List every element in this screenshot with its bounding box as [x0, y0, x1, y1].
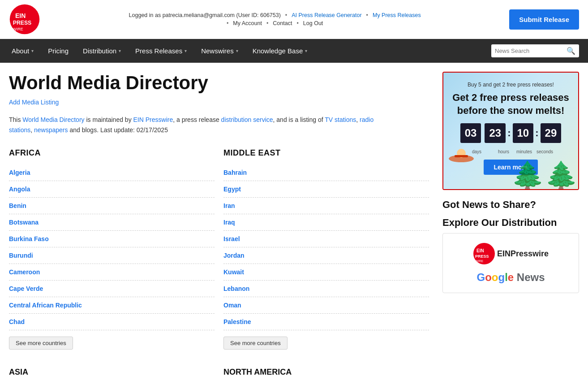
- countdown-minutes: 10: [513, 123, 534, 143]
- countdown-colon2: :: [507, 127, 511, 139]
- top-bar-center: Logged in as patrecia.meliana@gmail.com …: [129, 12, 421, 26]
- country-link[interactable]: Botswana: [9, 219, 39, 226]
- country-link[interactable]: Egypt: [223, 186, 241, 193]
- promo-main-text: Get 2 free press releases before the sno…: [452, 91, 569, 117]
- regions-container: AFRICA Algeria Angola Benin Botswana Bur…: [9, 148, 429, 350]
- promo-image-area: 🌲🌲 Buy 5 and get 2 free press releases! …: [443, 73, 578, 189]
- distribution-link[interactable]: distribution service: [221, 116, 273, 123]
- countdown-days: 03: [460, 123, 481, 143]
- country-link[interactable]: Burundi: [9, 252, 33, 259]
- ein-logo-icon: EIN PRESS WIRE: [473, 242, 495, 265]
- about-chevron-icon: ▾: [31, 48, 34, 53]
- country-link[interactable]: Central African Republic: [9, 302, 82, 309]
- ein-logo-sidebar: EIN PRESS WIRE EINPresswire: [473, 242, 549, 265]
- country-link[interactable]: Jordan: [223, 252, 245, 259]
- newswires-chevron-icon: ▾: [236, 48, 238, 53]
- country-link[interactable]: Kuwait: [223, 268, 244, 276]
- ein-presswire-link[interactable]: EIN Presswire: [133, 116, 173, 123]
- list-item: Burundi: [9, 247, 215, 264]
- logout-link[interactable]: Log Out: [303, 20, 323, 26]
- nav-item-knowledge-base[interactable]: Knowledge Base ▾: [245, 39, 315, 63]
- country-link[interactable]: Angola: [9, 186, 30, 193]
- list-item: Oman: [223, 297, 429, 314]
- nav-item-distribution[interactable]: Distribution ▾: [76, 39, 128, 63]
- seconds-label: seconds: [536, 149, 554, 154]
- north-america-region-header: NORTH AMERICA: [223, 363, 429, 377]
- list-item: Burkina Faso: [9, 231, 215, 247]
- my-account-link[interactable]: My Account: [233, 20, 262, 26]
- add-media-listing-link[interactable]: Add Media Listing: [9, 99, 59, 106]
- svg-text:EIN: EIN: [476, 248, 484, 253]
- country-link[interactable]: Cape Verde: [9, 285, 43, 292]
- list-item: Cape Verde: [9, 281, 215, 297]
- country-link[interactable]: Cameroon: [9, 268, 40, 276]
- distribution-chevron-icon: ▾: [119, 48, 121, 53]
- nav-item-about[interactable]: About ▾: [4, 39, 41, 63]
- nav-search-container: 🔍: [491, 44, 579, 57]
- bullet4: •: [266, 20, 268, 26]
- submit-release-button[interactable]: Submit Release: [509, 9, 579, 30]
- bullet5: •: [296, 20, 298, 26]
- list-item: Botswana: [9, 214, 215, 231]
- promo-small-text: Buy 5 and get 2 free press releases!: [468, 82, 554, 88]
- country-link[interactable]: Lebanon: [223, 285, 249, 292]
- africa-see-more-button[interactable]: See more countries: [9, 337, 73, 350]
- search-button[interactable]: 🔍: [567, 47, 575, 55]
- country-link[interactable]: Iran: [223, 202, 235, 209]
- countdown-timer: 03 23 : 10 : 29: [460, 123, 561, 143]
- countdown-colon3: :: [535, 127, 538, 139]
- country-link[interactable]: Benin: [9, 202, 26, 209]
- country-link[interactable]: Oman: [223, 302, 241, 309]
- africa-region: AFRICA Algeria Angola Benin Botswana Bur…: [9, 148, 223, 350]
- nav-item-pricing[interactable]: Pricing: [41, 39, 76, 63]
- promo-box: 🌲🌲 Buy 5 and get 2 free press releases! …: [442, 72, 579, 190]
- country-link[interactable]: Bahrain: [223, 169, 247, 176]
- countdown-seconds: 29: [541, 123, 562, 143]
- country-link[interactable]: Burkina Faso: [9, 235, 49, 242]
- country-link[interactable]: Iraq: [223, 219, 235, 226]
- svg-text:PRESS: PRESS: [475, 254, 489, 259]
- list-item: Central African Republic: [9, 297, 215, 314]
- bullet3: •: [227, 20, 228, 26]
- knowledge-base-chevron-icon: ▾: [305, 48, 307, 53]
- main-nav: About ▾ Pricing Distribution ▾ Press Rel…: [0, 39, 588, 63]
- list-item: Palestine: [223, 314, 429, 330]
- country-link[interactable]: Israel: [223, 235, 240, 242]
- logged-in-text: Logged in as patrecia.meliana@gmail.com …: [129, 12, 281, 18]
- nav-item-newswires[interactable]: Newswires ▾: [194, 39, 245, 63]
- list-item: Kuwait: [223, 264, 429, 281]
- list-item: Egypt: [223, 181, 429, 198]
- top-bar: EIN PRESS WIRE Logged in as patrecia.mel…: [0, 0, 588, 39]
- newspapers-link[interactable]: newspapers: [34, 126, 68, 134]
- list-item: Iraq: [223, 214, 429, 231]
- list-item: Angola: [9, 181, 215, 198]
- middle-east-see-more-button[interactable]: See more countries: [223, 337, 288, 350]
- list-item: Benin: [9, 198, 215, 214]
- countdown-hours: 23: [485, 123, 506, 143]
- list-item: Cameroon: [9, 264, 215, 281]
- list-item: Chad: [9, 314, 215, 330]
- country-link[interactable]: Algeria: [9, 169, 30, 176]
- country-link[interactable]: Chad: [9, 318, 25, 325]
- world-media-dir-link[interactable]: World Media Directory: [22, 116, 84, 123]
- nav-items: About ▾ Pricing Distribution ▾ Press Rel…: [4, 39, 487, 63]
- distribution-logos-box: EIN PRESS WIRE EINPresswire Google News: [442, 233, 579, 293]
- trees-decoration: 🌲🌲: [511, 162, 578, 189]
- my-releases-link[interactable]: My Press Releases: [373, 12, 421, 18]
- minutes-label: minutes: [515, 149, 534, 154]
- countdown-labels: days hours minutes seconds: [468, 149, 554, 154]
- contact-link[interactable]: Contact: [273, 20, 292, 26]
- svg-text:WIRE: WIRE: [13, 27, 23, 31]
- bullet1: •: [285, 12, 287, 18]
- tv-stations-link[interactable]: TV stations: [325, 116, 356, 123]
- north-america-title: NORTH AMERICA: [223, 367, 429, 377]
- list-item: Lebanon: [223, 281, 429, 297]
- svg-text:WIRE: WIRE: [475, 259, 484, 263]
- nav-item-press-releases[interactable]: Press Releases ▾: [128, 39, 194, 63]
- content-left: World Media Directory Add Media Listing …: [9, 72, 429, 377]
- svg-text:PRESS: PRESS: [13, 20, 32, 26]
- ein-text: EINPresswire: [497, 249, 549, 259]
- ai-press-release-link[interactable]: AI Press Release Generator: [292, 12, 361, 18]
- search-input[interactable]: [495, 48, 567, 54]
- country-link[interactable]: Palestine: [223, 318, 251, 325]
